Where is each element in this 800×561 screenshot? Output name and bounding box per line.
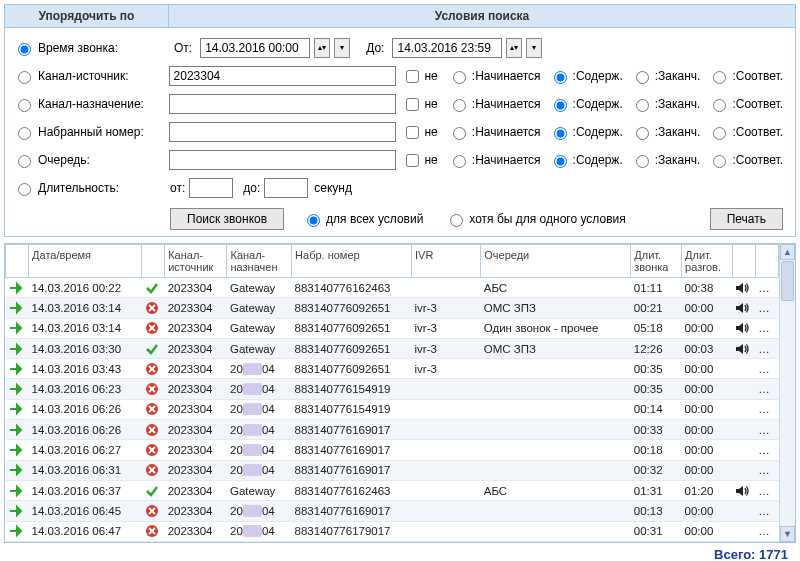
sound-icon[interactable] (732, 338, 755, 358)
to-date-spinner[interactable]: ▴▾ (506, 38, 522, 58)
col-src[interactable]: Канал-источник (165, 245, 227, 278)
src-filter-input[interactable] (169, 66, 397, 86)
more-icon[interactable]: … (755, 460, 778, 480)
src-match-starts[interactable]: :Начинается (448, 68, 541, 84)
sort-radio-dialed[interactable]: Набранный номер: (13, 124, 144, 140)
col-status[interactable] (142, 245, 165, 278)
table-row[interactable]: 14.03.2016 03:302023304Gateway8831407760… (6, 338, 779, 358)
queue-match-equals[interactable]: :Соответ. (708, 152, 783, 168)
sort-radio-queue[interactable]: Очередь: (13, 152, 90, 168)
sound-icon[interactable] (732, 298, 755, 318)
src-not-checkbox[interactable]: не (402, 67, 437, 86)
col-ivr[interactable]: IVR (412, 245, 481, 278)
sound-icon (732, 460, 755, 480)
sound-icon[interactable] (732, 278, 755, 298)
table-row[interactable]: 14.03.2016 03:43202330420000048831407760… (6, 359, 779, 379)
dst-match-starts[interactable]: :Начинается (448, 96, 541, 112)
scroll-down-icon[interactable]: ▼ (780, 526, 795, 542)
dur-from-input[interactable] (189, 178, 233, 198)
from-date-dropdown[interactable]: ▾ (334, 38, 350, 58)
scroll-thumb[interactable] (781, 261, 794, 301)
direction-icon (6, 359, 29, 379)
dst-not-checkbox[interactable]: не (402, 95, 437, 114)
more-icon[interactable]: … (755, 278, 778, 298)
table-row[interactable]: 14.03.2016 06:372023304Gateway8831407761… (6, 480, 779, 500)
dialed-match-ends[interactable]: :Заканч. (631, 124, 701, 140)
src-match-contains[interactable]: :Содерж. (549, 68, 623, 84)
cell-dst: 2000004 (227, 521, 292, 541)
combine-any-radio[interactable]: хотя бы для одного условия (445, 211, 625, 227)
col-queues[interactable]: Очереди (481, 245, 631, 278)
table-row[interactable]: 14.03.2016 03:142023304Gateway8831407760… (6, 298, 779, 318)
cell-datetime: 14.03.2016 03:14 (29, 298, 142, 318)
dialed-not-checkbox[interactable]: не (402, 123, 437, 142)
queue-match-contains[interactable]: :Содерж. (549, 152, 623, 168)
more-icon[interactable]: … (755, 521, 778, 541)
table-row[interactable]: 14.03.2016 00:222023304Gateway8831407761… (6, 278, 779, 298)
scroll-up-icon[interactable]: ▲ (780, 244, 795, 260)
more-icon[interactable]: … (755, 480, 778, 500)
status-icon (142, 399, 165, 419)
col-dialed[interactable]: Набр. номер (292, 245, 412, 278)
to-date-input[interactable] (392, 38, 502, 58)
dst-match-equals[interactable]: :Соответ. (708, 96, 783, 112)
dialed-match-starts[interactable]: :Начинается (448, 124, 541, 140)
dialed-filter-input[interactable] (169, 122, 397, 142)
sort-radio-duration[interactable]: Длительность: (13, 180, 119, 196)
combine-all-radio[interactable]: для всех условий (302, 211, 423, 227)
cell-src: 2023304 (165, 440, 227, 460)
table-row[interactable]: 14.03.2016 06:26202330420000048831407761… (6, 420, 779, 440)
print-button[interactable]: Печать (710, 208, 783, 230)
to-date-dropdown[interactable]: ▾ (526, 38, 542, 58)
more-icon[interactable]: … (755, 298, 778, 318)
src-match-equals[interactable]: :Соответ. (708, 68, 783, 84)
queue-filter-input[interactable] (169, 150, 397, 170)
cell-src: 2023304 (165, 278, 227, 298)
dialed-match-contains[interactable]: :Содерж. (549, 124, 623, 140)
col-dur-call[interactable]: Длит. звонка (631, 245, 682, 278)
more-icon[interactable]: … (755, 379, 778, 399)
vertical-scrollbar[interactable]: ▲ ▼ (779, 244, 795, 542)
more-icon[interactable]: … (755, 501, 778, 521)
cell-datetime: 14.03.2016 06:37 (29, 480, 142, 500)
sort-radio-src[interactable]: Канал-источник: (13, 68, 129, 84)
col-more[interactable] (755, 245, 778, 278)
dst-filter-input[interactable] (169, 94, 397, 114)
sort-time-label: Время звонка: (38, 41, 118, 55)
table-row[interactable]: 14.03.2016 06:26202330420000048831407761… (6, 399, 779, 419)
queue-match-starts[interactable]: :Начинается (448, 152, 541, 168)
search-button[interactable]: Поиск звонков (170, 208, 284, 230)
more-icon[interactable]: … (755, 338, 778, 358)
more-icon[interactable]: … (755, 440, 778, 460)
table-row[interactable]: 14.03.2016 06:27202330420000048831407761… (6, 440, 779, 460)
more-icon[interactable]: … (755, 420, 778, 440)
more-icon[interactable]: … (755, 318, 778, 338)
more-icon[interactable]: … (755, 399, 778, 419)
more-icon[interactable]: … (755, 359, 778, 379)
queue-not-checkbox[interactable]: не (402, 151, 437, 170)
col-dur-talk[interactable]: Длит. разгов. (682, 245, 733, 278)
table-row[interactable]: 14.03.2016 06:45202330420000048831407761… (6, 501, 779, 521)
table-row[interactable]: 14.03.2016 06:31202330420000048831407761… (6, 460, 779, 480)
sort-radio-dst[interactable]: Канал-назначение: (13, 96, 144, 112)
col-dir[interactable] (6, 245, 29, 278)
sound-icon[interactable] (732, 480, 755, 500)
sort-radio-time[interactable]: Время звонка: (13, 40, 118, 56)
cell-dialed: 883140776169017 (292, 460, 412, 480)
from-date-spinner[interactable]: ▴▾ (314, 38, 330, 58)
cell-dst: 2000004 (227, 379, 292, 399)
table-row[interactable]: 14.03.2016 06:47202330420000048831407761… (6, 521, 779, 541)
col-dst[interactable]: Канал-назначен (227, 245, 292, 278)
table-row[interactable]: 14.03.2016 06:23202330420000048831407761… (6, 379, 779, 399)
dialed-match-equals[interactable]: :Соответ. (708, 124, 783, 140)
from-date-input[interactable] (200, 38, 310, 58)
table-row[interactable]: 14.03.2016 03:142023304Gateway8831407760… (6, 318, 779, 338)
src-match-ends[interactable]: :Заканч. (631, 68, 701, 84)
dur-to-input[interactable] (264, 178, 308, 198)
sound-icon[interactable] (732, 318, 755, 338)
col-sound[interactable] (732, 245, 755, 278)
dst-match-ends[interactable]: :Заканч. (631, 96, 701, 112)
queue-match-ends[interactable]: :Заканч. (631, 152, 701, 168)
col-datetime[interactable]: Дата/время (29, 245, 142, 278)
dst-match-contains[interactable]: :Содерж. (549, 96, 623, 112)
